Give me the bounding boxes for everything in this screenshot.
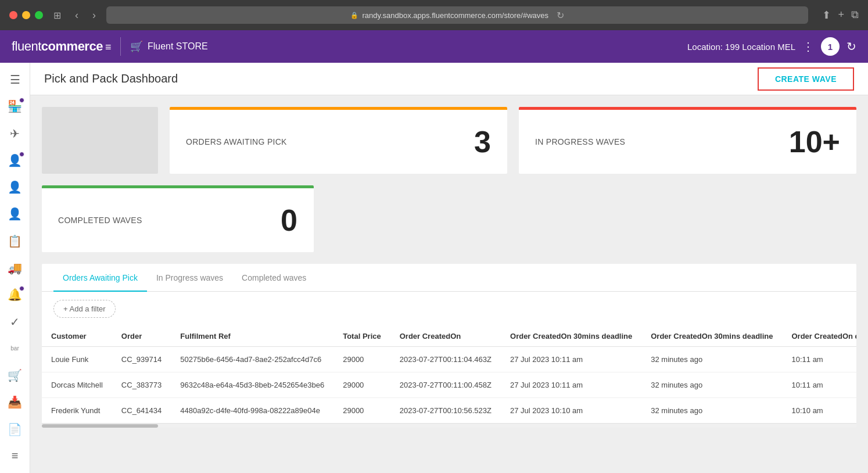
user-badge[interactable]: 1 <box>821 37 840 56</box>
stats-row-top: ORDERS AWAITING PICK 3 IN PROGRESS WAVES… <box>42 107 856 174</box>
completed-label: COMPLETED WAVES <box>58 216 142 225</box>
filter-bar: + Add a filter <box>42 292 856 326</box>
store-badge <box>19 98 24 103</box>
sidebar-item-user[interactable]: 👤 <box>2 202 28 226</box>
sidebar-item-cart[interactable]: 🛒 <box>2 363 28 388</box>
lock-icon: 🔒 <box>350 12 358 19</box>
sidebar: ☰ 🏪 ✈ 👤 👤 👤 📋 🚚 🔔 ✓ <box>0 63 30 473</box>
logo-area: fluentcommerce≡ <box>12 39 111 54</box>
in-progress-value: 10+ <box>789 124 840 159</box>
cell-fulfilment-ref: 4480a92c-d4fe-40fd-998a-08222a89e04e <box>171 398 333 424</box>
cell-fulfilment-ref: 9632c48a-e64a-45d3-8beb-2452654e3be6 <box>171 372 333 398</box>
sidebar-item-bar[interactable]: bar <box>2 336 28 361</box>
table-row: Frederik Yundt CC_641434 4480a92c-d4fe-4… <box>42 398 856 424</box>
cell-relative: 32 minutes ago <box>641 372 782 398</box>
table-row: Louie Funk CC_939714 50275b6e-6456-4ad7-… <box>42 347 856 372</box>
sidebar-item-document[interactable]: 📄 <box>2 417 28 441</box>
add-tab-icon[interactable]: + <box>838 9 844 21</box>
scrollbar-thumb[interactable] <box>42 424 158 428</box>
traffic-lights <box>9 11 43 19</box>
sidebar-item-customer[interactable]: 👤 <box>2 175 28 199</box>
main-content: Pick and Pack Dashboard CREATE WAVE ORDE… <box>30 63 868 473</box>
delivery-icon: 🚚 <box>8 261 22 275</box>
close-button[interactable] <box>9 11 17 19</box>
sidebar-item-inbox[interactable]: 📥 <box>2 390 28 414</box>
stat-card-completed: COMPLETED WAVES 0 <box>42 185 314 252</box>
sidebar-item-list[interactable]: ≡ <box>2 444 28 468</box>
cell-relative: 32 minutes ago <box>641 398 782 424</box>
col-deadline-1: Order CreatedOn 30mins deadline <box>501 326 641 347</box>
sidebar-item-delivery[interactable]: 🚚 <box>2 256 28 280</box>
cell-deadline: 27 Jul 2023 10:10 am <box>501 398 641 424</box>
cell-deadline: 27 Jul 2023 10:11 am <box>501 347 641 372</box>
cell-customer: Frederik Yundt <box>42 398 112 424</box>
dispatch-icon: ✈ <box>10 127 20 141</box>
completed-row: COMPLETED WAVES 0 <box>42 185 856 252</box>
cart-icon: 🛒 <box>8 368 22 382</box>
refresh-button[interactable]: ↻ <box>847 40 856 53</box>
completed-value: 0 <box>281 203 297 238</box>
store-nav: 🛒 Fluent STORE <box>130 40 208 53</box>
tabs-header: Orders Awaiting Pick In Progress waves C… <box>42 264 856 292</box>
logo-symbol: ≡ <box>105 41 111 53</box>
cell-order: CC_939714 <box>112 347 171 372</box>
list-icon: ≡ <box>12 449 19 463</box>
sidebar-item-alerts[interactable]: 🔔 <box>2 282 28 307</box>
col-order: Order <box>112 326 171 347</box>
maximize-button[interactable] <box>35 11 43 19</box>
table-header-row: Customer Order Fulfilment Ref Total Pric… <box>42 326 856 347</box>
stat-card-in-progress: IN PROGRESS WAVES 10+ <box>519 107 856 174</box>
alerts-badge <box>19 286 24 291</box>
reload-icon[interactable]: ↻ <box>557 10 564 21</box>
tab-completed[interactable]: Completed waves <box>232 264 315 292</box>
placeholder-card <box>42 107 158 174</box>
minimize-button[interactable] <box>22 11 30 19</box>
cell-date-short: 10:11 am <box>782 347 856 372</box>
app-header: fluentcommerce≡ 🛒 Fluent STORE Location:… <box>0 30 868 63</box>
tabs-section: Orders Awaiting Pick In Progress waves C… <box>42 264 856 428</box>
sidebar-item-store[interactable]: 🏪 <box>2 94 28 119</box>
more-options-button[interactable]: ⋮ <box>802 40 814 53</box>
cell-customer: Dorcas Mitchell <box>42 372 112 398</box>
sidebar-toggle-button[interactable]: ⊞ <box>50 8 64 23</box>
cell-relative: 32 minutes ago <box>641 347 782 372</box>
tab-orders-awaiting[interactable]: Orders Awaiting Pick <box>53 264 147 292</box>
menu-icon: ☰ <box>10 73 20 87</box>
windows-icon[interactable]: ⧉ <box>851 9 859 21</box>
tab-in-progress[interactable]: In Progress waves <box>147 264 232 292</box>
add-filter-button[interactable]: + Add a filter <box>53 300 116 318</box>
sidebar-item-dispatch[interactable]: ✈ <box>2 121 28 146</box>
cell-created-on: 2023-07-27T00:10:56.523Z <box>390 398 501 424</box>
table-wrapper: Customer Order Fulfilment Ref Total Pric… <box>42 326 856 423</box>
cell-date-short: 10:10 am <box>782 398 856 424</box>
browser-actions: ⬆ + ⧉ <box>822 9 859 21</box>
orders-awaiting-value: 3 <box>474 124 491 159</box>
sidebar-item-orders[interactable]: 📋 <box>2 229 28 253</box>
orders-table: Customer Order Fulfilment Ref Total Pric… <box>42 326 856 423</box>
logo-text: fluentcommerce≡ <box>12 39 111 54</box>
sidebar-item-customer-dot[interactable]: 👤 <box>2 148 28 173</box>
address-bar[interactable]: 🔒 randy.sandbox.apps.fluentcommerce.com/… <box>106 6 808 24</box>
col-created-on: Order CreatedOn <box>390 326 501 347</box>
col-date-short: Order CreatedOn date <box>782 326 856 347</box>
browser-chrome: ⊞ ‹ › 🔒 randy.sandbox.apps.fluentcommerc… <box>0 0 868 30</box>
create-wave-button[interactable]: CREATE WAVE <box>758 67 854 91</box>
orders-awaiting-label: ORDERS AWAITING PICK <box>186 137 287 146</box>
share-icon[interactable]: ⬆ <box>822 9 831 21</box>
cell-order: CC_641434 <box>112 398 171 424</box>
orders-icon: 📋 <box>8 234 22 248</box>
cell-date-short: 10:11 am <box>782 372 856 398</box>
stat-card-orders-awaiting: ORDERS AWAITING PICK 3 <box>170 107 507 174</box>
user2-icon: 👤 <box>8 207 22 221</box>
app-layout: ☰ 🏪 ✈ 👤 👤 👤 📋 🚚 🔔 ✓ <box>0 63 868 473</box>
col-total-price: Total Price <box>333 326 390 347</box>
horizontal-scrollbar[interactable] <box>42 423 856 428</box>
bar-label: bar <box>10 345 19 352</box>
col-deadline-2: Order CreatedOn 30mins deadline <box>641 326 782 347</box>
cell-total-price: 29000 <box>333 347 390 372</box>
sidebar-item-menu[interactable]: ☰ <box>2 67 28 92</box>
back-button[interactable]: ‹ <box>71 7 82 24</box>
sidebar-item-check[interactable]: ✓ <box>2 309 28 334</box>
forward-button[interactable]: › <box>89 7 99 24</box>
col-customer: Customer <box>42 326 112 347</box>
